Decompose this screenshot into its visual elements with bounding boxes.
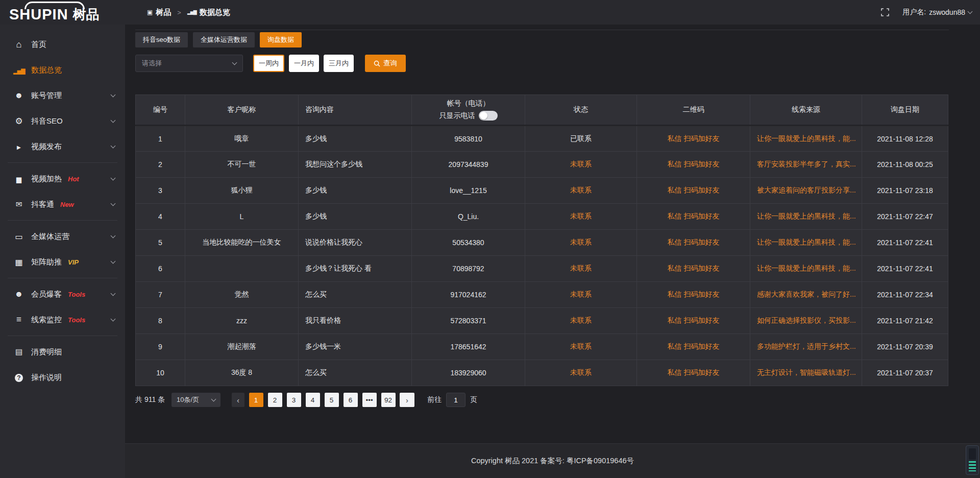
sidebar-item-label: 线索监控 (31, 315, 62, 325)
cell-account: Q_Liu. (412, 204, 525, 230)
source-link[interactable]: 客厅安装投影半年多了，真实... (757, 160, 856, 168)
cell-nickname: zzz (185, 308, 299, 334)
gear-icon (13, 116, 24, 127)
source-link[interactable]: 让你一眼就爱上的黑科技，能... (757, 212, 856, 220)
monitor-icon (13, 232, 24, 242)
sidebar-item[interactable]: 数据总览 (0, 57, 125, 83)
floating-widget[interactable] (966, 445, 979, 475)
sidebar-item[interactable]: 会员爆客 Tools (0, 281, 125, 307)
cell-date: 2021-11-08 00:25 (862, 152, 948, 178)
cell-id: 2 (136, 152, 185, 178)
sidebar-item[interactable]: 矩阵助推 VIP (0, 249, 125, 275)
fullscreen-icon[interactable] (881, 8, 889, 16)
cell-status: 未联系 (525, 152, 637, 178)
video-camera-icon (13, 142, 24, 151)
cell-date: 2021-11-08 12:28 (862, 126, 948, 152)
prev-page-button[interactable]: ‹ (232, 393, 244, 407)
sidebar-item-label: 全媒体运营 (31, 232, 69, 242)
qrcode-link[interactable]: 私信 扫码加好友 (668, 238, 720, 246)
sidebar-item[interactable]: 全媒体运营 (0, 224, 125, 249)
source-link[interactable]: 如何正确选择投影仪，买投影... (757, 316, 856, 324)
breadcrumb-item-current[interactable]: ▂▅▇ 数据总览 (187, 8, 230, 17)
page-size-value: 10条/页 (177, 395, 199, 404)
source-link[interactable]: 多功能护栏灯，适用于乡村文... (757, 342, 856, 350)
chart-bar-icon (13, 66, 24, 75)
page-button[interactable]: 2 (268, 393, 282, 407)
qrcode-link[interactable]: 私信 扫码加好友 (668, 342, 720, 350)
qrcode-link[interactable]: 私信 扫码加好友 (668, 186, 720, 194)
source-link[interactable]: 无主灯设计，智能磁吸轨道灯... (757, 368, 856, 376)
page-button[interactable]: 5 (325, 393, 339, 407)
sidebar-item[interactable]: 操作说明 (0, 365, 125, 390)
cell-nickname: 狐小狸 (185, 178, 299, 204)
qrcode-link[interactable]: 私信 扫码加好友 (668, 368, 720, 376)
period-button[interactable]: 一月内 (289, 55, 319, 72)
query-button[interactable]: 查询 (365, 55, 406, 72)
sidebar-item[interactable]: 首页 (0, 32, 125, 57)
qrcode-link[interactable]: 私信 扫码加好友 (668, 290, 720, 298)
data-tab[interactable]: 全媒体运营数据 (193, 32, 255, 47)
logo-arc (24, 2, 85, 9)
data-tab[interactable]: 询盘数据 (260, 32, 302, 47)
breadcrumb-label: 树品 (156, 8, 171, 17)
source-link[interactable]: 被大家追着问的客厅投影分享... (757, 186, 856, 194)
header-account: 帐号（电话） 只显示电话 (412, 95, 525, 126)
sidebar-item[interactable]: 视频发布 (0, 134, 125, 159)
page-button[interactable]: ••• (362, 393, 377, 407)
qrcode-link[interactable]: 私信 扫码加好友 (668, 212, 720, 220)
panel-icon: ▣ (147, 9, 153, 16)
page-size-select[interactable]: 10条/页 (172, 393, 220, 407)
period-button[interactable]: 一周内 (253, 55, 284, 72)
sidebar-divider (8, 336, 117, 336)
cell-id: 5 (136, 230, 185, 256)
next-page-button[interactable]: › (400, 393, 414, 407)
table-row: 9 潮起潮落 多少钱一米 178651642 未联系 私信 扫码加好友 多功能护… (136, 334, 948, 360)
goto-page-input[interactable] (446, 393, 465, 407)
breadcrumb-item-home[interactable]: ▣ 树品 (147, 8, 171, 17)
chevron-down-icon (211, 397, 216, 402)
phone-only-toggle[interactable] (479, 111, 498, 121)
source-link[interactable]: 让你一眼就爱上的黑科技，能... (757, 264, 856, 272)
chevron-down-icon (111, 201, 116, 206)
chart-icon: ▂▅▇ (187, 10, 197, 15)
cell-account: 2097344839 (412, 152, 525, 178)
qrcode-link[interactable]: 私信 扫码加好友 (668, 134, 720, 142)
qrcode-link[interactable]: 私信 扫码加好友 (668, 160, 720, 168)
qrcode-link[interactable]: 私信 扫码加好友 (668, 316, 720, 324)
sidebar-item-label: 账号管理 (31, 91, 62, 101)
page-button[interactable]: 92 (381, 393, 396, 407)
chevron-down-icon (111, 176, 116, 181)
sidebar-item-label: 首页 (31, 40, 46, 50)
cell-id: 3 (136, 178, 185, 204)
data-tab[interactable]: 抖音seo数据 (135, 32, 188, 47)
account-select[interactable]: 请选择 (135, 55, 243, 72)
source-link[interactable]: 让你一眼就爱上的黑科技，能... (757, 238, 856, 246)
sidebar-item[interactable]: 抖客通 New (0, 192, 125, 217)
sidebar-item-label: 抖客通 (31, 200, 54, 209)
page-buttons: 1 2 3 4 5 6 ••• 92 (247, 393, 398, 407)
source-link[interactable]: 感谢大家喜欢我家，被问了好... (757, 290, 856, 298)
chevron-down-icon (111, 118, 116, 123)
period-button[interactable]: 三月内 (324, 55, 354, 72)
sidebar-item-label: 视频发布 (31, 142, 62, 152)
page-button[interactable]: 4 (306, 393, 320, 407)
cell-status: 未联系 (525, 308, 637, 334)
footer: Copyright 树品 2021 备案号: 粤ICP备09019646号 (125, 443, 980, 478)
page-button[interactable]: 1 (249, 393, 263, 407)
page-button[interactable]: 6 (344, 393, 358, 407)
topbar-right: 用户名: zswodun88 (881, 8, 980, 17)
search-icon (374, 60, 380, 67)
sidebar-item[interactable]: 线索监控 Tools (0, 307, 125, 332)
user-menu[interactable]: 用户名: zswodun88 (902, 8, 972, 17)
qrcode-link[interactable]: 私信 扫码加好友 (668, 264, 720, 272)
cell-status: 已联系 (525, 126, 637, 152)
sidebar-item[interactable]: 抖音SEO (0, 108, 125, 134)
sidebar-item[interactable]: 账号管理 (0, 83, 125, 108)
select-placeholder: 请选择 (142, 59, 162, 68)
cell-nickname: 36度 8 (185, 360, 299, 386)
sidebar-item[interactable]: 视频加热 Hot (0, 166, 125, 192)
sidebar-item[interactable]: 消费明细 (0, 339, 125, 365)
cell-id: 8 (136, 308, 185, 334)
page-button[interactable]: 3 (287, 393, 301, 407)
source-link[interactable]: 让你一眼就爱上的黑科技，能... (757, 134, 856, 142)
